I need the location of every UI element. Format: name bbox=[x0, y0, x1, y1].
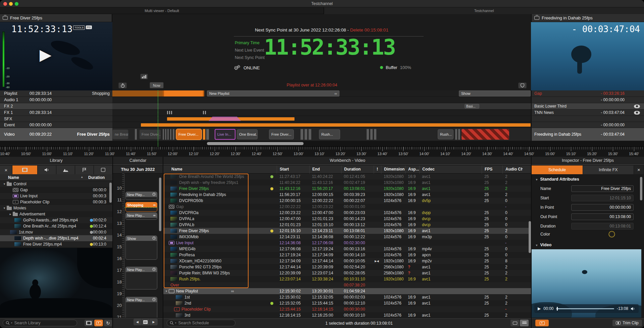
player-play-button[interactable]: ▶ bbox=[538, 306, 541, 311]
color-swatch[interactable] bbox=[587, 232, 591, 236]
schedule-row[interactable]: DVCPRO50b ∞ 12:00:00:15 12:00:22:22 00:0… bbox=[163, 198, 532, 204]
monitor-row-sfx[interactable] bbox=[531, 116, 644, 122]
timeline-clip[interactable]: Rush... ∞ bbox=[319, 129, 340, 139]
playhead[interactable] bbox=[158, 90, 158, 146]
timeline-clip[interactable]: ∞ bbox=[167, 129, 169, 140]
timeline-clip[interactable]: ∞ bbox=[112, 90, 163, 96]
timeline-clip[interactable]: ∞ bbox=[203, 129, 205, 140]
track-canvas-video[interactable]: ne Breat... ∞ ∞ Free Diver... ∞ ∞ ∞ ∞ ∞ … bbox=[112, 128, 531, 141]
library-refresh-button[interactable]: ↻ bbox=[104, 320, 112, 326]
timeline-clip[interactable]: ∞ bbox=[301, 129, 303, 140]
schedule-row[interactable]: Placeholder Clip ∞ 12:15:44:15 12:16:14:… bbox=[163, 306, 532, 312]
calendar-event[interactable]: New Play... ∞ bbox=[125, 212, 157, 220]
chevron-icon[interactable]: ▾ bbox=[164, 289, 169, 293]
schedule-row[interactable]: Porsche 992 GT3 25fps ∞ 12:17:44:14 12:2… bbox=[163, 264, 532, 270]
timeline-clip[interactable]: ∞ bbox=[170, 129, 171, 140]
view-single-button[interactable] bbox=[511, 320, 519, 326]
library-item[interactable]: Free Diver 25fps.mp4 00:13:0 bbox=[0, 241, 112, 247]
countdown-mode-button[interactable] bbox=[118, 82, 127, 88]
field-value[interactable]: 00:00:00:00 bbox=[571, 204, 634, 211]
schedule-row[interactable]: Freediving in Dahab 25fps ∞ 11:56:20:17 … bbox=[163, 192, 532, 198]
timeline-clip[interactable]: ne Breat... ∞ bbox=[112, 129, 128, 139]
calendar-event[interactable]: Shopping ∞ bbox=[125, 202, 157, 212]
timeline-clip[interactable]: ∞ bbox=[367, 129, 369, 140]
calendar-today-button[interactable] bbox=[142, 319, 150, 325]
monitor-row-playlist[interactable]: Gap- 00:33:26:16 bbox=[531, 90, 644, 97]
timeline-clip[interactable]: ∞ bbox=[309, 129, 311, 140]
inspector-close-button[interactable]: × bbox=[634, 166, 644, 174]
schedule-row[interactable]: Purple Rein; BMW M3 25fps ∞ 12:20:39:09 … bbox=[163, 270, 532, 276]
tab-infinite-fx[interactable]: Infinite FX bbox=[583, 166, 634, 174]
library-item[interactable]: One Breath Ar...rld 25fps.mp4 00:12:4 bbox=[0, 223, 112, 229]
library-tab-stills[interactable] bbox=[56, 166, 75, 174]
library-tab-cards[interactable] bbox=[94, 166, 112, 174]
schedule-row[interactable]: Free Diver 25fps ∞ 12:01:15:10 12:14:23:… bbox=[163, 228, 532, 234]
monitor-row-fx1[interactable]: TNN News- 00:03:47:04 bbox=[531, 110, 644, 116]
library-item[interactable]: Placeholder Clip 00:00:3 bbox=[0, 199, 112, 205]
library-preview-image[interactable] bbox=[0, 248, 112, 318]
calendar-prev-button[interactable]: ◀ bbox=[133, 319, 142, 325]
right-viewer-video[interactable]: - 00:03:47:04 bbox=[531, 22, 644, 90]
library-col-name[interactable]: Name bbox=[8, 175, 19, 180]
inspector-preview-toggle-button[interactable] bbox=[535, 320, 549, 326]
chevron-icon[interactable]: ▸ bbox=[8, 212, 13, 216]
timeline-clip[interactable]: New Playlist ∞ bbox=[207, 90, 339, 96]
monitor-row-video[interactable]: Freediving in Dahab 25fps- 00:03:47:04 bbox=[531, 128, 644, 141]
monitor-row-audio1[interactable]: - 00:00:00:00 bbox=[531, 97, 644, 103]
clock-mode-next-sync-point[interactable]: Next Sync Point bbox=[235, 55, 265, 60]
schedule-row[interactable]: Rush 25fps. ∞ 12:23:07:14 12:33:38:24 00… bbox=[163, 276, 532, 282]
schedule-row[interactable]: XDcam_HD4221080i50 ∞ 12:17:34:09 12:17:4… bbox=[163, 258, 532, 264]
timeline-clip[interactable]: Live In... ∞ bbox=[215, 129, 235, 140]
track-canvas-fx1[interactable]: ∞ ∞ ∞ ∞ ∞ bbox=[112, 110, 531, 116]
player-seek-slider[interactable] bbox=[556, 308, 614, 309]
timeline-clip[interactable]: ∞ bbox=[455, 129, 457, 140]
timeline-clip[interactable]: ∞ bbox=[163, 129, 164, 140]
schedule-row[interactable]: 2nd ∞ 12:15:32:05 12:15:44:15 00:00:12:1… bbox=[163, 300, 532, 306]
schedule-row[interactable]: DVPALa ∞ 12:00:47:00 12:01:01:23 00:00:1… bbox=[163, 216, 532, 222]
schedule-row[interactable]: Gap ∞ 12:00:22:22 12:00:23:22 00:00:01:0… bbox=[163, 204, 532, 210]
inspector-scrollbar[interactable] bbox=[640, 177, 642, 200]
field-value[interactable]: 00:13:08:00 bbox=[571, 213, 634, 220]
calendar-event[interactable]: Show ∞ bbox=[125, 236, 157, 260]
schedule-row[interactable]: Free Diver 25fps ∞ 11:43:12:16 11:56:20:… bbox=[163, 186, 532, 192]
field-value[interactable]: Free Diver 25fps bbox=[571, 185, 634, 192]
timeline-clip[interactable]: ∞ bbox=[167, 111, 168, 114]
calendar-date-header[interactable]: Thu 30 Jun 2022 bbox=[113, 166, 163, 174]
timeline-clip[interactable]: ∞ bbox=[141, 123, 531, 127]
color-swatch[interactable] bbox=[579, 232, 583, 236]
calendar-event[interactable]: New Play... ∞ bbox=[125, 267, 157, 289]
tab-schedule[interactable]: Schedule bbox=[532, 166, 583, 174]
library-item[interactable]: Gap 00:00:0 bbox=[0, 187, 112, 193]
library-view-thumbnail-button[interactable] bbox=[94, 320, 103, 326]
schedule-row[interactable]: MPEG4b ∞ 12:17:06:08 12:17:19:24 00:00:1… bbox=[163, 246, 532, 252]
track-label-event[interactable]: Event00:00:00:00 bbox=[0, 122, 112, 128]
workbench-column-header[interactable]: Name Start End Duration ! Dimension Asp.… bbox=[163, 166, 532, 174]
timeline-clip[interactable]: Rush... ∞ bbox=[438, 129, 453, 139]
chart-view-button[interactable] bbox=[140, 74, 148, 79]
timeline-clip[interactable]: ∞ bbox=[462, 129, 509, 140]
color-swatch[interactable] bbox=[572, 233, 574, 235]
calendar-event[interactable]: New Play... ∞ bbox=[125, 297, 157, 318]
color-swatch[interactable] bbox=[594, 232, 598, 236]
library-item[interactable]: Live Input 00:00:3 bbox=[0, 193, 112, 199]
trim-clip-button[interactable]: Trim Clip bbox=[612, 320, 642, 326]
clock-mode-primary-time[interactable]: Primary Time bbox=[235, 41, 260, 45]
color-swatch[interactable] bbox=[602, 232, 606, 236]
track-label-fx2[interactable]: FX 2 bbox=[0, 103, 112, 110]
schedule-row[interactable]: DVPALb ∞ 12:01:01:23 12:01:15:10 00:00:1… bbox=[163, 222, 532, 228]
tab-multi-viewer[interactable]: Multi viewer - Default bbox=[0, 7, 324, 14]
library-item[interactable]: ▸ Advertisement bbox=[0, 211, 112, 217]
field-value[interactable]: 12:01:15:10 bbox=[571, 195, 634, 201]
schedule-row[interactable]: Live Input ∞ 12:14:36:08 12:17:06:08 00:… bbox=[163, 240, 532, 246]
view-list-button[interactable] bbox=[520, 320, 529, 326]
section-standard-attributes[interactable]: ▾ Standard Attributes bbox=[534, 177, 579, 182]
timeline-clip[interactable]: ∞ bbox=[206, 129, 209, 140]
calendar-event[interactable]: New Play... ∞ bbox=[125, 192, 157, 200]
timeline-clip[interactable]: ∞ bbox=[163, 90, 204, 96]
library-col-duration[interactable]: Duration bbox=[88, 175, 105, 180]
timeline-clip[interactable]: Show ∞ bbox=[459, 90, 531, 96]
track-label-sfx[interactable]: SFX bbox=[0, 116, 112, 122]
field-value[interactable]: 00:13:08:01 bbox=[571, 223, 634, 229]
track-canvas-sfx[interactable]: ∞ ∞ bbox=[112, 116, 531, 122]
timeline-clip[interactable]: ∞ bbox=[209, 117, 241, 121]
